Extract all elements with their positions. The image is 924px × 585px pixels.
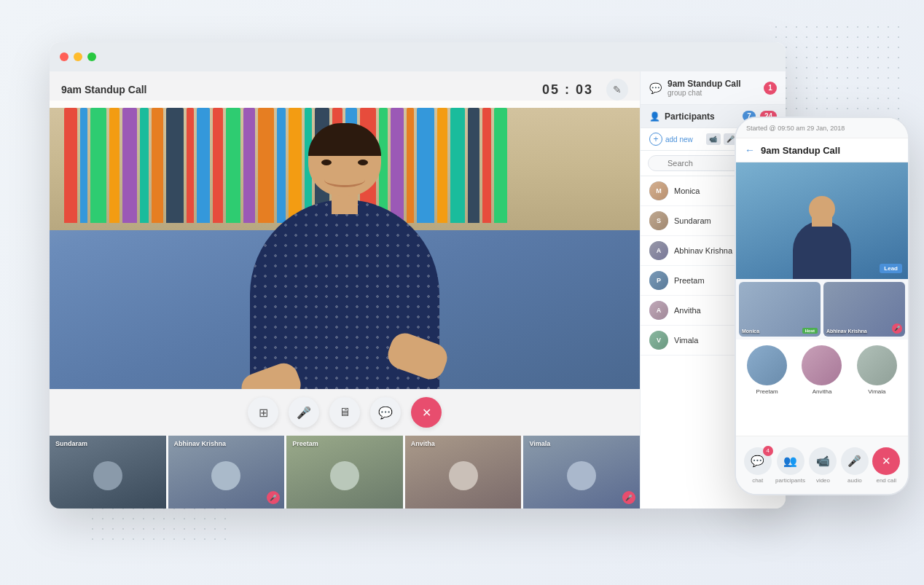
controls-bar: ⊞ 🎤 🖥 💬 ✕ xyxy=(50,389,640,436)
phone-started-text: Started @ 09:50 am 29 Jan, 2018 xyxy=(746,125,845,132)
back-button[interactable]: ← xyxy=(745,144,755,156)
thumbnail-mute-vimala: 🎤 xyxy=(622,491,635,504)
book xyxy=(64,108,77,223)
video-button[interactable]: 🖥 xyxy=(329,397,360,428)
chat-subtitle: group chat xyxy=(667,89,758,97)
phone-end-call-label: end call xyxy=(876,477,896,484)
phone-participants-control[interactable]: 👥 participants xyxy=(775,447,805,484)
window-titlebar xyxy=(50,42,786,71)
add-new-button[interactable]: + add new xyxy=(649,133,693,146)
phone-bottom-bar: 💬 4 chat 👥 participants 📹 video 🎤 audio … xyxy=(736,436,908,494)
participant-avatar-sundaram: S xyxy=(649,211,668,230)
phone-participant-anvitha: Anvitha xyxy=(796,345,847,395)
phone-mockup: Started @ 09:50 am 29 Jan, 2018 ← 9am St… xyxy=(735,117,909,495)
phone-participant-vimala: Vimala xyxy=(852,345,902,395)
window-content: 9am Standup Call 05 : 03 ✎ xyxy=(50,71,786,509)
phone-status-bar: Started @ 09:50 am 29 Jan, 2018 xyxy=(736,118,908,138)
speaker-eye-right xyxy=(358,160,368,165)
main-video-feed xyxy=(50,101,640,389)
book xyxy=(482,108,491,223)
phone-video-label: video xyxy=(816,477,830,484)
participants-label: Participants xyxy=(665,111,738,122)
thumbnail-preetam[interactable]: Preetam xyxy=(286,436,403,509)
chat-tab[interactable]: 💬 9am Standup Call group chat 1 xyxy=(641,71,786,105)
end-call-button[interactable]: ✕ xyxy=(411,397,442,428)
speaker-head xyxy=(308,123,381,196)
phone-pname-anvitha: Anvitha xyxy=(813,388,832,395)
phone-chat-icon-wrap: 💬 4 xyxy=(744,447,772,475)
phone-video-icon: 📹 xyxy=(809,447,837,475)
phone-participants-grid: Preetam Anvitha Vimala xyxy=(736,339,908,401)
book xyxy=(90,108,106,223)
dots-decoration-top-right xyxy=(771,22,902,124)
phone-participant-preetam: Preetam xyxy=(742,345,792,395)
phone-thumb-label-abhinav: Abhinav Krishna xyxy=(826,329,867,334)
phone-header-info: 9am Standup Call xyxy=(761,145,899,156)
phone-chat-control[interactable]: 💬 4 chat xyxy=(744,447,772,484)
add-new-label: add new xyxy=(665,136,693,144)
phone-avatar-preetam xyxy=(747,345,787,385)
phone-audio-control[interactable]: 🎤 audio xyxy=(841,447,869,484)
thumbnail-label-anvitha: Anvitha xyxy=(411,440,435,447)
speaker-smile xyxy=(324,173,365,187)
call-title: 9am Standup Call xyxy=(61,84,146,95)
book xyxy=(187,108,194,223)
phone-avatar-anvitha xyxy=(802,345,842,385)
participant-avatar-monica: M xyxy=(649,181,668,200)
participant-avatar-anvitha: A xyxy=(649,301,668,320)
phone-end-call-icon: ✕ xyxy=(872,447,900,475)
thumbnail-strip: Sundaram Abhinav Krishna 🎤 Preetam xyxy=(50,436,640,509)
book xyxy=(122,108,137,223)
chat-button[interactable]: 💬 xyxy=(370,397,401,428)
phone-participants-label: participants xyxy=(775,477,805,484)
phone-thumb-mute-abhinav: 🎤 xyxy=(892,323,902,334)
phone-main-video: Lead xyxy=(736,162,908,279)
header-right: 05 : 03 ✎ xyxy=(542,79,628,101)
traffic-light-green[interactable] xyxy=(87,52,96,61)
phone-avatar-vimala xyxy=(857,345,897,385)
phone-call-title: 9am Standup Call xyxy=(761,145,899,156)
lead-badge: Lead xyxy=(880,264,902,273)
phone-pname-vimala: Vimala xyxy=(868,388,885,395)
host-badge: Host xyxy=(802,328,818,334)
chat-icon: 💬 xyxy=(649,82,662,94)
book xyxy=(140,108,149,223)
phone-pname-preetam: Preetam xyxy=(756,388,778,395)
traffic-light-red[interactable] xyxy=(60,52,68,61)
thumbnail-vimala[interactable]: Vimala 🎤 xyxy=(523,436,640,509)
book xyxy=(494,108,507,223)
thumbnail-label-vimala: Vimala xyxy=(529,440,550,447)
book xyxy=(109,108,120,223)
participant-avatar-abhinav: A xyxy=(649,241,668,260)
video-header: 9am Standup Call 05 : 03 ✎ xyxy=(50,71,640,108)
phone-chat-badge: 4 xyxy=(763,446,773,456)
mute-button[interactable]: 🎤 xyxy=(289,397,319,428)
phone-participants-icon: 👥 xyxy=(777,447,804,475)
main-speaker-video xyxy=(206,158,483,389)
participants-icon: 👤 xyxy=(649,111,660,122)
traffic-light-yellow[interactable] xyxy=(74,52,82,61)
phone-thumbnails: Monica Host Abhinav Krishna 🎤 xyxy=(736,279,908,339)
chat-tab-info: 9am Standup Call group chat xyxy=(667,79,758,97)
video-toggle-icon[interactable]: 📹 xyxy=(706,133,721,145)
book xyxy=(152,108,163,223)
thumbnail-abhinav[interactable]: Abhinav Krishna 🎤 xyxy=(168,436,285,509)
chat-badge: 1 xyxy=(764,82,777,95)
phone-header: ← 9am Standup Call xyxy=(736,138,908,162)
chat-name: 9am Standup Call xyxy=(667,79,758,89)
phone-thumb-abhinav[interactable]: Abhinav Krishna 🎤 xyxy=(823,282,905,337)
thumbnail-sundaram[interactable]: Sundaram xyxy=(50,436,166,509)
call-timer: 05 : 03 xyxy=(542,82,593,98)
book xyxy=(166,108,184,223)
screen-share-button[interactable]: ⊞ xyxy=(248,397,278,428)
phone-audio-label: audio xyxy=(847,477,862,484)
add-circle-icon: + xyxy=(649,133,662,146)
phone-video-control[interactable]: 📹 video xyxy=(809,447,837,484)
settings-icon[interactable]: ✎ xyxy=(606,79,628,101)
phone-thumb-monica[interactable]: Monica Host xyxy=(739,282,821,337)
desktop-window: 9am Standup Call 05 : 03 ✎ xyxy=(50,42,786,509)
participant-avatar-vimala: V xyxy=(649,331,668,350)
thumbnail-label-sundaram: Sundaram xyxy=(55,440,87,447)
phone-end-call-control[interactable]: ✕ end call xyxy=(872,447,900,484)
thumbnail-anvitha[interactable]: Anvitha xyxy=(405,436,522,509)
